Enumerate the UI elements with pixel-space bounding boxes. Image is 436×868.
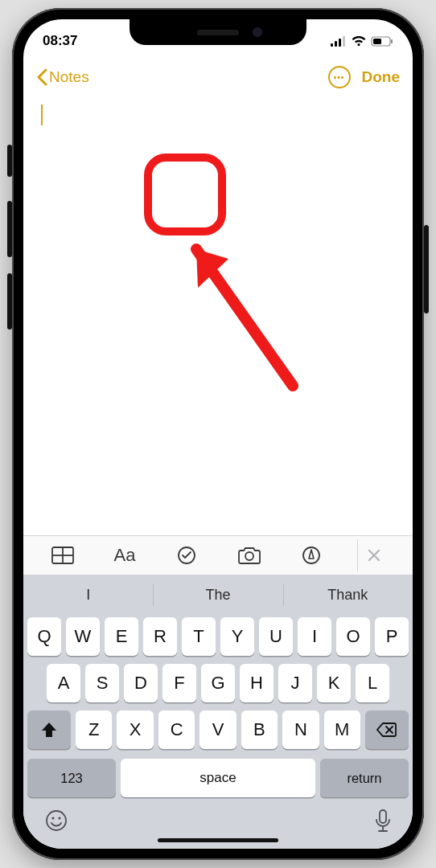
shift-key[interactable] — [27, 710, 71, 749]
wifi-icon — [352, 36, 366, 47]
screen: 08:37 Notes ••• Done — [23, 19, 413, 849]
svg-rect-6 — [391, 39, 393, 43]
chevron-left-icon — [36, 68, 47, 86]
key-e[interactable]: E — [105, 617, 138, 656]
text-cursor — [41, 104, 43, 125]
dictation-button[interactable] — [374, 809, 392, 837]
svg-rect-17 — [380, 810, 386, 823]
key-n[interactable]: N — [282, 710, 319, 749]
svg-rect-1 — [335, 41, 337, 47]
return-key[interactable]: return — [320, 759, 409, 797]
svg-point-16 — [58, 817, 60, 819]
done-button[interactable]: Done — [362, 68, 401, 86]
toolbar-close-button[interactable] — [357, 539, 389, 571]
key-j[interactable]: J — [278, 664, 312, 702]
close-icon — [368, 549, 380, 562]
key-u[interactable]: U — [259, 617, 293, 656]
svg-rect-2 — [339, 39, 341, 47]
suggestion-bar: I The Thank — [23, 575, 413, 614]
numbers-key[interactable]: 123 — [27, 759, 116, 797]
key-v[interactable]: V — [199, 710, 236, 749]
cellular-icon — [331, 36, 347, 47]
back-label: Notes — [49, 68, 89, 86]
ellipsis-icon: ••• — [334, 73, 345, 82]
key-d[interactable]: D — [124, 664, 158, 702]
key-c[interactable]: C — [158, 710, 195, 749]
key-g[interactable]: G — [201, 664, 235, 702]
back-button[interactable]: Notes — [36, 68, 89, 86]
suggestion-2[interactable]: The — [153, 575, 282, 614]
svg-rect-0 — [331, 43, 333, 47]
keyboard-row-1: Q W E R T Y U I O P — [27, 617, 409, 656]
key-o[interactable]: O — [336, 617, 370, 656]
key-w[interactable]: W — [66, 617, 100, 656]
format-icon[interactable]: Aa — [109, 539, 141, 571]
microphone-icon — [374, 809, 392, 834]
table-icon[interactable] — [47, 539, 79, 571]
backspace-icon — [376, 722, 397, 738]
suggestion-3[interactable]: Thank — [283, 575, 413, 614]
key-a[interactable]: A — [47, 664, 80, 702]
key-f[interactable]: F — [162, 664, 196, 702]
svg-point-12 — [245, 552, 253, 560]
key-b[interactable]: B — [241, 710, 278, 749]
note-editor[interactable] — [23, 96, 413, 535]
svg-rect-3 — [343, 36, 345, 47]
emoji-button[interactable] — [44, 809, 68, 837]
key-k[interactable]: K — [317, 664, 351, 702]
keyboard: I The Thank Q W E R T Y U I O P — [23, 575, 413, 849]
key-s[interactable]: S — [85, 664, 119, 702]
key-i[interactable]: I — [298, 617, 331, 656]
suggestion-1[interactable]: I — [23, 575, 153, 614]
keyboard-row-3: Z X C V B N M — [27, 710, 409, 749]
key-y[interactable]: Y — [220, 617, 254, 656]
annotation-overlay — [140, 153, 317, 410]
camera-icon[interactable] — [233, 539, 265, 571]
markup-icon[interactable] — [295, 539, 327, 571]
keyboard-bottom-row — [23, 797, 413, 837]
shift-icon — [40, 721, 58, 739]
svg-point-14 — [47, 811, 66, 830]
volume-down-button — [7, 273, 12, 330]
key-r[interactable]: R — [143, 617, 177, 656]
more-button[interactable]: ••• — [328, 66, 351, 88]
phone-frame: 08:37 Notes ••• Done — [12, 8, 424, 860]
format-label: Aa — [114, 545, 136, 566]
status-time: 08:37 — [43, 33, 77, 49]
power-button — [424, 225, 429, 313]
key-t[interactable]: T — [182, 617, 216, 656]
space-key[interactable]: space — [121, 759, 315, 797]
mute-switch — [7, 145, 12, 177]
svg-rect-5 — [373, 39, 381, 44]
backspace-key[interactable] — [365, 710, 409, 749]
key-x[interactable]: X — [117, 710, 153, 749]
key-z[interactable]: Z — [76, 710, 112, 749]
note-format-toolbar: Aa — [23, 535, 413, 575]
key-q[interactable]: Q — [27, 617, 61, 656]
key-p[interactable]: P — [375, 617, 409, 656]
status-icons — [331, 36, 393, 47]
svg-rect-7 — [148, 158, 222, 231]
key-m[interactable]: M — [324, 710, 360, 749]
emoji-icon — [44, 809, 68, 833]
key-h[interactable]: H — [240, 664, 274, 702]
nav-bar: Notes ••• Done — [23, 58, 413, 96]
battery-icon — [371, 36, 393, 47]
home-indicator[interactable] — [158, 838, 278, 842]
keyboard-row-2: A S D F G H J K L — [27, 664, 409, 702]
notch — [130, 19, 306, 45]
checklist-icon[interactable] — [171, 539, 203, 571]
svg-point-15 — [51, 817, 54, 819]
key-l[interactable]: L — [356, 664, 389, 702]
volume-up-button — [7, 201, 12, 257]
keyboard-row-4: 123 space return — [27, 757, 409, 797]
